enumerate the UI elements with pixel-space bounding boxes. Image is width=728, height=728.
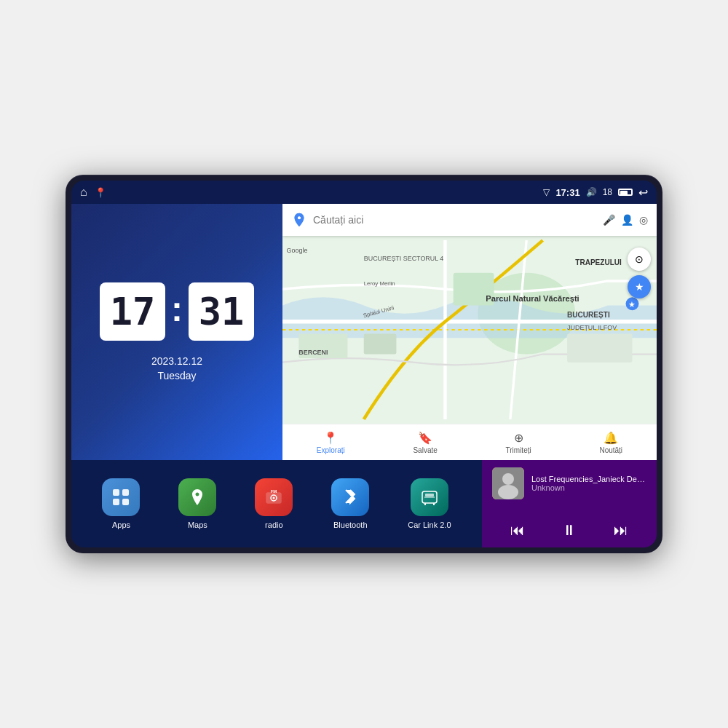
explore-icon: 📍 [323,431,338,445]
svg-text:BUCUREȘTI: BUCUREȘTI [567,311,610,319]
radio-label: radio [265,521,282,529]
svg-text:Leroy Merlin: Leroy Merlin [364,280,395,287]
svg-point-33 [498,485,518,499]
svg-rect-7 [364,334,397,355]
saved-icon: 🔖 [418,431,432,445]
layers-icon[interactable]: ◎ [639,214,648,226]
clock-hours: 17 [100,282,165,341]
app-item-apps[interactable]: Apps [102,478,140,529]
svg-rect-30 [425,494,434,496]
back-icon[interactable] [638,186,648,199]
maps-icon [178,478,216,516]
music-artist: Unknown [531,483,646,492]
music-thumbnail [492,467,524,499]
svg-rect-22 [122,489,129,496]
app-item-radio[interactable]: FM radio [255,478,293,529]
svg-text:TRAPEZULUI: TRAPEZULUI [575,258,622,266]
main-content: 17 : 31 2023.12.12 Tuesday [71,204,657,547]
carlink-icon [411,478,448,516]
next-button[interactable]: ⏭ [608,521,634,540]
saved-label: Salvate [413,446,437,454]
music-controls: ⏮ ⏸ ⏭ [492,521,646,540]
status-time: 17:31 [555,187,579,198]
bluetooth-icon [331,478,369,516]
clock-minutes: 31 [189,282,254,341]
apps-bar: Apps Maps [71,460,482,547]
map-bottom-nav: 📍 Explorați 🔖 Salvate ⊕ Trimiteți 🔔 [282,424,657,460]
svg-text:Parcul Natural Văcărești: Parcul Natural Văcărești [486,294,579,303]
status-bar: 📍 17:31 18 [71,181,657,204]
svg-text:★: ★ [628,300,636,309]
svg-text:Google: Google [287,247,308,254]
date-text: 2023.12.12 [151,355,202,367]
clock-colon: : [171,289,183,329]
apps-label: Apps [112,521,130,529]
map-top-bar: 🎤 👤 ◎ [282,204,657,236]
play-pause-button[interactable]: ⏸ [556,521,582,540]
status-right: 17:31 18 [543,186,648,199]
volume-icon [586,187,597,197]
map-nav-send[interactable]: ⊕ Trimiteți [506,431,531,454]
battery-icon [618,189,633,196]
news-label: Noutăți [599,446,622,454]
music-title: Lost Frequencies_Janieck Devy-... [531,475,646,483]
volume-level: 18 [603,187,612,197]
voice-search-icon[interactable]: 🎤 [603,214,615,226]
location-btn[interactable]: ⊙ [628,248,651,271]
map-nav-saved[interactable]: 🔖 Salvate [413,431,437,454]
map-nav-news[interactable]: 🔔 Noutăți [599,431,622,454]
maps-status-icon[interactable]: 📍 [95,187,106,198]
svg-rect-8 [567,334,632,363]
map-canvas[interactable]: Parcul Natural Văcărești BUCUREȘTI JUDEȚ… [282,236,657,424]
svg-point-32 [502,473,514,485]
clock-widget: 17 : 31 2023.12.12 Tuesday [71,204,282,460]
svg-rect-21 [113,489,119,496]
top-section: 17 : 31 2023.12.12 Tuesday [71,204,657,460]
maps-label: Maps [188,521,207,529]
compass-btn[interactable]: ★ [628,275,651,298]
music-player: Lost Frequencies_Janieck Devy-... Unknow… [482,460,657,547]
svg-text:BUCUREȘTI SECTORUL 4: BUCUREȘTI SECTORUL 4 [364,255,444,262]
date-display: 2023.12.12 Tuesday [151,355,202,381]
app-item-bluetooth[interactable]: Bluetooth [331,478,369,529]
map-svg: Parcul Natural Văcărești BUCUREȘTI JUDEȚ… [282,236,657,424]
map-nav-explore[interactable]: 📍 Explorați [317,431,345,454]
svg-point-27 [273,497,275,499]
user-icon[interactable]: 👤 [621,214,633,226]
prev-button[interactable]: ⏮ [505,521,531,540]
clock-display: 17 : 31 [100,282,254,341]
carlink-label: Car Link 2.0 [408,521,451,529]
news-icon: 🔔 [604,431,618,445]
day-text: Tuesday [151,370,202,381]
radio-icon: FM [255,478,293,516]
svg-rect-24 [122,499,129,505]
music-meta: Lost Frequencies_Janieck Devy-... Unknow… [531,475,646,492]
app-item-maps[interactable]: Maps [178,478,216,529]
music-info: Lost Frequencies_Janieck Devy-... Unknow… [492,467,646,499]
explore-label: Explorați [317,446,345,454]
apps-icon [102,478,140,516]
maps-logo-icon [291,212,307,228]
svg-rect-23 [113,499,119,505]
screen: 📍 17:31 18 17 : 31 [71,181,657,547]
map-controls: ⊙ ★ [628,248,651,298]
map-search-icons: 🎤 👤 ◎ [603,214,648,226]
bottom-section: Apps Maps [71,460,657,547]
send-icon: ⊕ [514,431,523,445]
map-search-input[interactable] [313,209,597,231]
status-left: 📍 [80,186,106,199]
map-section[interactable]: 🎤 👤 ◎ [282,204,657,460]
app-item-carlink[interactable]: Car Link 2.0 [408,478,451,529]
send-label: Trimiteți [506,446,531,454]
home-icon[interactable] [80,186,87,199]
svg-text:FM: FM [271,489,277,494]
svg-text:JUDEȚUL ILFOV: JUDEȚUL ILFOV [567,324,617,331]
gps-signal-icon [543,187,550,197]
device-shell: 📍 17:31 18 17 : 31 [66,175,662,553]
svg-text:BERCENI: BERCENI [298,349,328,356]
bluetooth-label: Bluetooth [333,521,367,529]
